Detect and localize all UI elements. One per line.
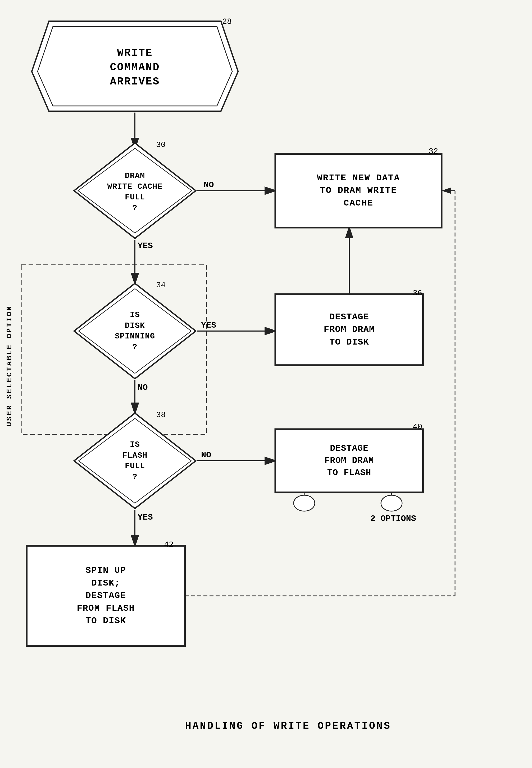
ref-34: 34 [156,281,166,290]
options-label: 2 OPTIONS [370,514,416,523]
node-box2: DESTAGE FROM DRAM TO DISK [275,294,423,365]
label-yes1: YES [138,241,153,251]
label-yes3: YES [138,512,153,522]
svg-point-31 [381,495,402,511]
node-box4: SPIN UP DISK; DESTAGE FROM FLASH TO DISK [26,545,185,646]
node-box1: WRITE NEW DATA TO DRAM WRITE CACHE [275,153,442,228]
ref-42: 42 [164,540,174,549]
node-box3: DESTAGE FROM DRAM TO FLASH [275,429,423,492]
side-label: USER SELECTABLE OPTION [5,278,13,426]
ref-28: 28 [222,17,232,26]
ref-32: 32 [429,147,438,156]
diagram-container: WRITE COMMAND ARRIVES 28 DRAM WRITE CACH… [0,0,532,768]
ref-36: 36 [413,289,422,298]
label-yes2: YES [201,320,216,330]
ref-38: 38 [156,410,166,419]
node-decision1-label: DRAM WRITE CACHE FULL ? [82,153,188,231]
node-decision2-label: IS DISK SPINNING ? [85,291,185,371]
caption: HANDLING OF WRITE OPERATIONS [185,720,391,732]
ref-40: 40 [413,422,422,431]
label-no1: NO [204,180,214,190]
svg-point-30 [294,495,315,511]
label-no2: NO [138,383,148,392]
node-start-label: WRITE COMMAND ARRIVES [49,26,221,108]
ref-30: 30 [156,140,166,149]
label-no3: NO [201,450,211,460]
node-decision3-label: IS FLASH FULL ? [83,421,187,500]
